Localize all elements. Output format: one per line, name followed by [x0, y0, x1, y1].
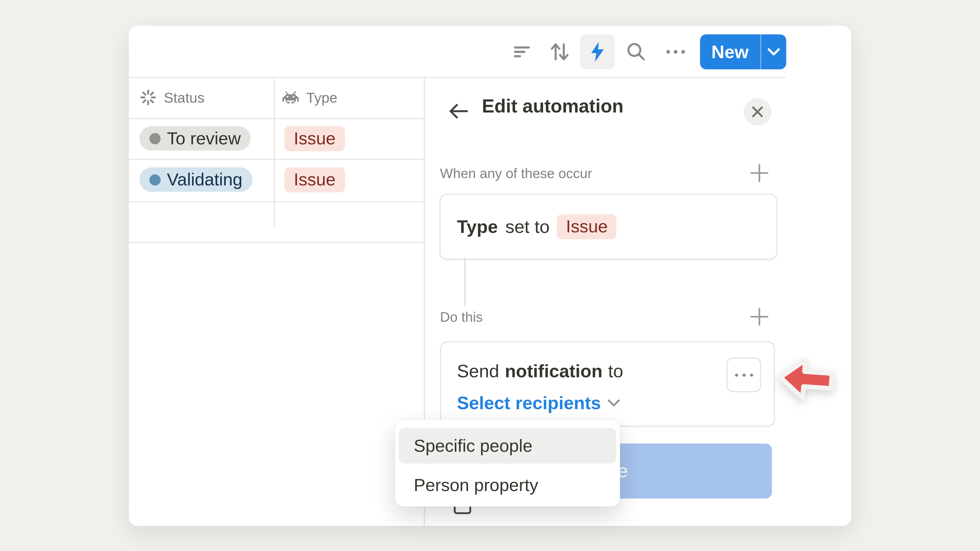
trigger-verb: set to [505, 217, 550, 237]
chevron-down-icon[interactable] [761, 48, 786, 56]
column-header-type[interactable]: Type [283, 77, 407, 118]
action-type: notification [505, 361, 603, 382]
status-dot [149, 174, 161, 185]
space-invader-icon [283, 91, 299, 104]
dropdown-item-label: Person property [414, 475, 538, 495]
trigger-value-tag[interactable]: Issue [557, 214, 617, 239]
column-border [274, 77, 275, 227]
action-prefix: Send [457, 361, 499, 382]
close-button[interactable] [744, 98, 771, 125]
column-header-label: Status [164, 89, 205, 106]
search-icon[interactable] [619, 35, 654, 69]
dropdown-item-specific-people[interactable]: Specific people [399, 428, 616, 464]
status-label: Validating [167, 170, 242, 189]
trigger-description: Type set to Issue [457, 195, 617, 259]
close-icon [751, 106, 764, 118]
select-recipients-label: Select recipients [457, 393, 601, 413]
row-border [129, 159, 424, 160]
action-section-label: Do this [440, 309, 483, 326]
page: New Status [0, 0, 980, 551]
recipients-dropdown: Specific people Person property [395, 420, 620, 507]
column-header-label: Type [306, 89, 337, 106]
action-suffix: to [608, 361, 623, 382]
type-tag[interactable]: Issue [284, 167, 345, 192]
status-spinner-icon [140, 89, 156, 106]
lightning-icon[interactable] [580, 35, 615, 69]
flow-connector [465, 257, 466, 306]
dropdown-item-label: Specific people [414, 436, 532, 456]
ellipsis-icon[interactable] [658, 35, 693, 69]
new-button[interactable]: New [700, 35, 786, 69]
row-border [129, 242, 424, 243]
chevron-down-icon [607, 399, 620, 407]
type-label: Issue [294, 170, 336, 190]
sort-icon[interactable] [542, 35, 577, 69]
new-button-label: New [700, 41, 760, 62]
type-tag[interactable]: Issue [284, 126, 345, 151]
add-trigger-button[interactable] [750, 164, 769, 183]
row-border [129, 201, 424, 203]
type-label: Issue [294, 129, 336, 148]
select-recipients-link[interactable]: Select recipients [457, 393, 620, 413]
annotation-arrow-icon [778, 355, 835, 405]
status-pill[interactable]: To review [139, 126, 251, 151]
row-border [129, 118, 424, 119]
status-pill[interactable]: Validating [139, 167, 252, 192]
trigger-section-label: When any of these occur [440, 165, 592, 182]
trigger-card[interactable]: Type set to Issue [439, 194, 778, 260]
filter-icon[interactable] [504, 35, 539, 69]
back-button[interactable] [447, 100, 470, 122]
trigger-property: Type [457, 217, 498, 237]
column-header-status[interactable]: Status [140, 77, 265, 118]
status-label: To review [167, 128, 241, 148]
action-more-button[interactable] [726, 357, 761, 392]
dropdown-item-person-property[interactable]: Person property [399, 467, 616, 503]
panel-title: Edit automation [482, 96, 624, 117]
hidden-option-icon [454, 505, 471, 514]
action-card[interactable]: Send notification to Select recipients [440, 341, 775, 427]
add-action-button[interactable] [750, 307, 769, 326]
database-window: New Status [129, 25, 851, 526]
status-dot [149, 133, 161, 144]
action-description: Send notification to [457, 361, 623, 382]
